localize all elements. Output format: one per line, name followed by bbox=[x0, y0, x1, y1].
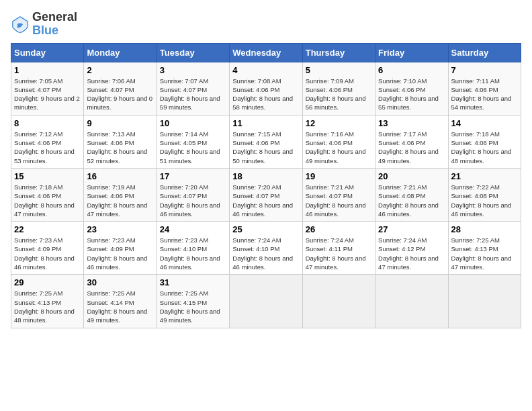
day-number: 2 bbox=[87, 65, 153, 75]
weekday-header-wednesday: Wednesday bbox=[230, 43, 302, 62]
weekday-header-friday: Friday bbox=[375, 43, 448, 62]
day-number: 31 bbox=[160, 277, 226, 287]
day-info: Sunrise: 7:13 AM Sunset: 4:06 PM Dayligh… bbox=[87, 130, 153, 165]
calendar-cell: 7 Sunrise: 7:11 AM Sunset: 4:06 PM Dayli… bbox=[448, 62, 521, 115]
calendar-cell: 6 Sunrise: 7:10 AM Sunset: 4:06 PM Dayli… bbox=[375, 62, 448, 115]
day-number: 22 bbox=[14, 224, 81, 234]
weekday-header-monday: Monday bbox=[84, 43, 157, 62]
calendar-cell: 12 Sunrise: 7:16 AM Sunset: 4:06 PM Dayl… bbox=[302, 115, 375, 168]
day-number: 13 bbox=[378, 118, 445, 128]
calendar-cell: 1 Sunrise: 7:05 AM Sunset: 4:07 PM Dayli… bbox=[11, 62, 84, 115]
day-info: Sunrise: 7:11 AM Sunset: 4:06 PM Dayligh… bbox=[451, 77, 518, 112]
calendar-cell bbox=[230, 275, 302, 328]
day-info: Sunrise: 7:06 AM Sunset: 4:07 PM Dayligh… bbox=[87, 77, 153, 112]
day-number: 28 bbox=[451, 224, 518, 234]
day-number: 9 bbox=[87, 118, 153, 128]
day-number: 4 bbox=[232, 65, 299, 75]
day-number: 12 bbox=[306, 118, 372, 128]
week-row-1: 1 Sunrise: 7:05 AM Sunset: 4:07 PM Dayli… bbox=[11, 62, 521, 115]
calendar-cell: 26 Sunrise: 7:24 AM Sunset: 4:11 PM Dayl… bbox=[302, 222, 375, 275]
calendar-cell: 15 Sunrise: 7:18 AM Sunset: 4:06 PM Dayl… bbox=[11, 168, 84, 221]
day-number: 6 bbox=[378, 65, 445, 75]
day-number: 29 bbox=[14, 277, 81, 287]
day-info: Sunrise: 7:15 AM Sunset: 4:06 PM Dayligh… bbox=[232, 130, 299, 165]
day-info: Sunrise: 7:19 AM Sunset: 4:06 PM Dayligh… bbox=[87, 183, 153, 218]
week-row-2: 8 Sunrise: 7:12 AM Sunset: 4:06 PM Dayli… bbox=[11, 115, 521, 168]
day-info: Sunrise: 7:20 AM Sunset: 4:07 PM Dayligh… bbox=[160, 183, 226, 218]
calendar-cell: 4 Sunrise: 7:08 AM Sunset: 4:06 PM Dayli… bbox=[230, 62, 302, 115]
calendar-cell bbox=[375, 275, 448, 328]
day-info: Sunrise: 7:23 AM Sunset: 4:09 PM Dayligh… bbox=[87, 236, 153, 271]
calendar-table: SundayMondayTuesdayWednesdayThursdayFrid… bbox=[11, 43, 521, 328]
day-number: 8 bbox=[14, 118, 81, 128]
day-number: 7 bbox=[451, 65, 518, 75]
logo-text: General Blue bbox=[32, 11, 77, 38]
calendar-cell: 17 Sunrise: 7:20 AM Sunset: 4:07 PM Dayl… bbox=[157, 168, 229, 221]
calendar-cell: 18 Sunrise: 7:20 AM Sunset: 4:07 PM Dayl… bbox=[230, 168, 302, 221]
day-number: 16 bbox=[87, 171, 153, 181]
calendar-cell: 10 Sunrise: 7:14 AM Sunset: 4:05 PM Dayl… bbox=[157, 115, 229, 168]
calendar-cell: 8 Sunrise: 7:12 AM Sunset: 4:06 PM Dayli… bbox=[11, 115, 84, 168]
calendar-cell: 30 Sunrise: 7:25 AM Sunset: 4:14 PM Dayl… bbox=[84, 275, 157, 328]
day-number: 30 bbox=[87, 277, 153, 287]
calendar-cell: 20 Sunrise: 7:21 AM Sunset: 4:08 PM Dayl… bbox=[375, 168, 448, 221]
week-row-3: 15 Sunrise: 7:18 AM Sunset: 4:06 PM Dayl… bbox=[11, 168, 521, 221]
calendar-cell: 27 Sunrise: 7:24 AM Sunset: 4:12 PM Dayl… bbox=[375, 222, 448, 275]
day-info: Sunrise: 7:22 AM Sunset: 4:08 PM Dayligh… bbox=[451, 183, 518, 218]
day-number: 25 bbox=[232, 224, 299, 234]
weekday-header-thursday: Thursday bbox=[302, 43, 375, 62]
day-info: Sunrise: 7:16 AM Sunset: 4:06 PM Dayligh… bbox=[306, 130, 372, 165]
day-info: Sunrise: 7:07 AM Sunset: 4:07 PM Dayligh… bbox=[160, 77, 226, 112]
day-info: Sunrise: 7:18 AM Sunset: 4:06 PM Dayligh… bbox=[451, 130, 518, 165]
weekday-header-sunday: Sunday bbox=[11, 43, 84, 62]
calendar-cell: 21 Sunrise: 7:22 AM Sunset: 4:08 PM Dayl… bbox=[448, 168, 521, 221]
day-info: Sunrise: 7:20 AM Sunset: 4:07 PM Dayligh… bbox=[232, 183, 299, 218]
day-info: Sunrise: 7:14 AM Sunset: 4:05 PM Dayligh… bbox=[160, 130, 226, 165]
day-info: Sunrise: 7:08 AM Sunset: 4:06 PM Dayligh… bbox=[232, 77, 299, 112]
calendar-cell: 28 Sunrise: 7:25 AM Sunset: 4:13 PM Dayl… bbox=[448, 222, 521, 275]
day-info: Sunrise: 7:25 AM Sunset: 4:13 PM Dayligh… bbox=[451, 236, 518, 271]
calendar-cell: 9 Sunrise: 7:13 AM Sunset: 4:06 PM Dayli… bbox=[84, 115, 157, 168]
day-number: 27 bbox=[378, 224, 445, 234]
day-info: Sunrise: 7:25 AM Sunset: 4:13 PM Dayligh… bbox=[14, 289, 81, 324]
day-info: Sunrise: 7:09 AM Sunset: 4:06 PM Dayligh… bbox=[306, 77, 372, 112]
calendar-cell: 16 Sunrise: 7:19 AM Sunset: 4:06 PM Dayl… bbox=[84, 168, 157, 221]
calendar-cell bbox=[302, 275, 375, 328]
day-info: Sunrise: 7:25 AM Sunset: 4:14 PM Dayligh… bbox=[87, 289, 153, 324]
day-info: Sunrise: 7:05 AM Sunset: 4:07 PM Dayligh… bbox=[14, 77, 81, 112]
day-number: 26 bbox=[306, 224, 372, 234]
calendar-cell: 19 Sunrise: 7:21 AM Sunset: 4:07 PM Dayl… bbox=[302, 168, 375, 221]
day-info: Sunrise: 7:25 AM Sunset: 4:15 PM Dayligh… bbox=[160, 289, 226, 324]
day-number: 10 bbox=[160, 118, 226, 128]
page-header: General Blue bbox=[11, 11, 521, 38]
day-number: 24 bbox=[160, 224, 226, 234]
calendar-cell: 31 Sunrise: 7:25 AM Sunset: 4:15 PM Dayl… bbox=[157, 275, 229, 328]
day-number: 15 bbox=[14, 171, 81, 181]
calendar-cell: 2 Sunrise: 7:06 AM Sunset: 4:07 PM Dayli… bbox=[84, 62, 157, 115]
day-number: 21 bbox=[451, 171, 518, 181]
calendar-cell: 13 Sunrise: 7:17 AM Sunset: 4:06 PM Dayl… bbox=[375, 115, 448, 168]
day-number: 11 bbox=[232, 118, 299, 128]
day-number: 5 bbox=[306, 65, 372, 75]
week-row-4: 22 Sunrise: 7:23 AM Sunset: 4:09 PM Dayl… bbox=[11, 222, 521, 275]
calendar-cell: 14 Sunrise: 7:18 AM Sunset: 4:06 PM Dayl… bbox=[448, 115, 521, 168]
calendar-cell: 29 Sunrise: 7:25 AM Sunset: 4:13 PM Dayl… bbox=[11, 275, 84, 328]
day-number: 19 bbox=[306, 171, 372, 181]
calendar-cell: 23 Sunrise: 7:23 AM Sunset: 4:09 PM Dayl… bbox=[84, 222, 157, 275]
calendar-cell bbox=[448, 275, 521, 328]
logo: General Blue bbox=[11, 11, 77, 38]
day-info: Sunrise: 7:21 AM Sunset: 4:08 PM Dayligh… bbox=[378, 183, 445, 218]
day-info: Sunrise: 7:10 AM Sunset: 4:06 PM Dayligh… bbox=[378, 77, 445, 112]
calendar-cell: 11 Sunrise: 7:15 AM Sunset: 4:06 PM Dayl… bbox=[230, 115, 302, 168]
day-info: Sunrise: 7:24 AM Sunset: 4:10 PM Dayligh… bbox=[232, 236, 299, 271]
day-number: 14 bbox=[451, 118, 518, 128]
day-number: 23 bbox=[87, 224, 153, 234]
logo-icon bbox=[11, 15, 30, 34]
day-info: Sunrise: 7:21 AM Sunset: 4:07 PM Dayligh… bbox=[306, 183, 372, 218]
day-info: Sunrise: 7:23 AM Sunset: 4:10 PM Dayligh… bbox=[160, 236, 226, 271]
day-info: Sunrise: 7:24 AM Sunset: 4:11 PM Dayligh… bbox=[306, 236, 372, 271]
weekday-header-tuesday: Tuesday bbox=[157, 43, 229, 62]
calendar-cell: 3 Sunrise: 7:07 AM Sunset: 4:07 PM Dayli… bbox=[157, 62, 229, 115]
calendar-cell: 5 Sunrise: 7:09 AM Sunset: 4:06 PM Dayli… bbox=[302, 62, 375, 115]
weekday-header-row: SundayMondayTuesdayWednesdayThursdayFrid… bbox=[11, 43, 521, 62]
